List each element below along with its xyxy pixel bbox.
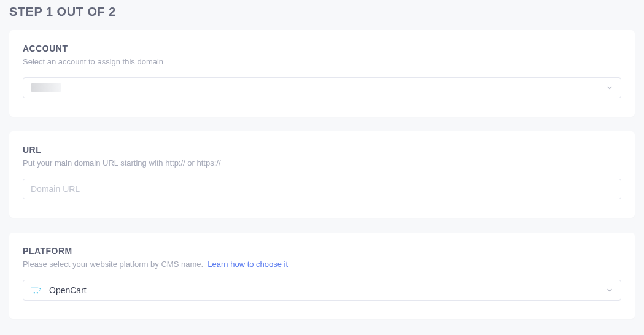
page-step-title: STEP 1 OUT OF 2 [9, 0, 635, 30]
chevron-down-icon [606, 287, 613, 294]
account-section-subtitle: Select an account to assign this domain [23, 57, 621, 66]
platform-section-subtitle: Please select your website platform by C… [23, 260, 621, 269]
platform-card: PLATFORM Please select your website plat… [9, 233, 635, 319]
platform-learn-link[interactable]: Learn how to choose it [208, 260, 288, 269]
opencart-icon [31, 286, 43, 295]
svg-point-1 [37, 292, 38, 293]
account-section-title: ACCOUNT [23, 44, 621, 53]
url-input[interactable] [23, 179, 621, 199]
platform-select[interactable]: OpenCart [23, 280, 621, 301]
account-selected-value [31, 83, 61, 92]
platform-section-title: PLATFORM [23, 246, 621, 256]
url-section-subtitle: Put your main domain URL starting with h… [23, 158, 621, 168]
platform-subtitle-prefix: Please select your website platform by C… [23, 260, 203, 269]
account-select[interactable] [23, 77, 621, 98]
chevron-down-icon [606, 84, 613, 91]
platform-selected-value: OpenCart [49, 285, 87, 295]
account-card: ACCOUNT Select an account to assign this… [9, 30, 635, 117]
url-section-title: URL [23, 145, 621, 155]
url-card: URL Put your main domain URL starting wi… [9, 131, 635, 218]
svg-point-0 [34, 292, 35, 293]
